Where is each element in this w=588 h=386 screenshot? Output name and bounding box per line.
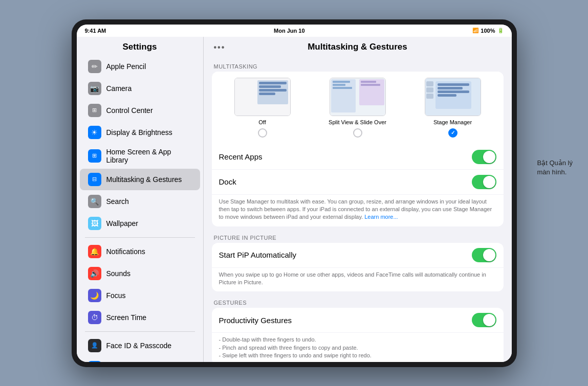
control-center-icon: ⊞ — [88, 104, 101, 117]
pip-section-label: PICTURE IN PICTURE — [212, 231, 504, 243]
sidebar-divider-2 — [85, 331, 195, 332]
recent-apps-row: Recent Apps — [212, 145, 504, 170]
sidebar-item-focus[interactable]: 🌙 Focus — [80, 285, 200, 306]
focus-icon: 🌙 — [88, 289, 101, 302]
detail-panel: ••• Multitasking & Gestures MULTITASKING — [204, 37, 512, 362]
sidebar-item-display-brightness[interactable]: ☀ Display & Brightness — [80, 122, 200, 143]
recent-apps-toggle[interactable] — [472, 150, 496, 164]
annotation-right: Bật Quản lý màn hình. — [537, 158, 573, 177]
home-screen-icon: ⊞ — [88, 149, 101, 163]
ipad-device: 9:41 AM Mon Jun 10 📶 100% 🔋 Settings ✏ A… — [72, 19, 517, 367]
card-line — [259, 82, 286, 84]
mt-card-split-radio[interactable] — [353, 128, 362, 138]
multitasking-icon: ⊟ — [88, 173, 101, 186]
dock-toggle[interactable] — [472, 175, 496, 189]
mt-card-stage-image — [425, 78, 481, 116]
dock-row: Dock — [212, 170, 504, 195]
display-brightness-icon: ☀ — [88, 126, 101, 139]
stage-mini-1 — [426, 81, 433, 86]
sidebar-item-camera[interactable]: 📷 Camera — [80, 78, 200, 99]
start-pip-row: Start PiP Automatically — [212, 243, 504, 268]
productivity-toggle[interactable] — [472, 313, 496, 327]
card-line — [259, 89, 286, 92]
pip-description: When you swipe up to go Home or use othe… — [212, 268, 504, 292]
camera-icon: 📷 — [88, 82, 101, 95]
multitasking-cards: Off — [212, 72, 504, 144]
stage-manager-description: Use Stage Manager to multitask with ease… — [212, 195, 504, 226]
status-date: Mon Jun 10 — [274, 28, 305, 34]
apple-pencil-icon: ✏ — [88, 60, 101, 73]
recent-apps-label: Recent Apps — [219, 152, 263, 161]
mt-card-off-image — [234, 78, 291, 116]
mt-card-off[interactable]: Off — [218, 78, 307, 138]
sidebar-item-sounds[interactable]: 🔊 Sounds — [80, 263, 200, 284]
sidebar-item-search[interactable]: 🔍 Search — [80, 191, 200, 212]
sidebar-item-label: Sounds — [106, 269, 130, 278]
mt-card-off-label: Off — [258, 119, 266, 125]
sidebar-item-face-id[interactable]: 👤 Face ID & Passcode — [80, 335, 200, 356]
card-line — [438, 94, 456, 97]
sidebar-item-privacy[interactable]: 🤝 Privacy & Security — [80, 357, 200, 362]
sidebar-item-label: Notifications — [106, 247, 145, 256]
card-line — [259, 93, 275, 95]
mt-card-off-radio[interactable] — [258, 128, 267, 138]
sidebar-item-apple-pencil[interactable]: ✏ Apple Pencil — [80, 56, 200, 77]
sidebar-item-home-screen[interactable]: ⊞ Home Screen & App Library — [80, 144, 200, 168]
mt-card-split-image — [330, 78, 386, 116]
stage-mini-3 — [426, 94, 433, 99]
start-pip-label: Start PiP Automatically — [219, 251, 296, 259]
detail-title: Multitasking & Gestures — [308, 42, 407, 52]
battery-icon: 🔋 — [497, 28, 504, 33]
detail-dots[interactable]: ••• — [214, 43, 226, 52]
productivity-gestures-row: Productivity Gestures — [212, 308, 504, 333]
sidebar-item-screen-time[interactable]: ⏱ Screen Time — [80, 307, 200, 328]
split-card-screen — [330, 78, 385, 116]
sidebar-item-multitasking[interactable]: ⊟ Multitasking & Gestures — [80, 169, 200, 190]
card-line — [438, 83, 469, 86]
detail-header: ••• Multitasking & Gestures — [204, 37, 512, 55]
gestures-card: Productivity Gestures - Double-tap with … — [212, 308, 504, 361]
stage-card-main — [435, 81, 471, 109]
status-bar: 9:41 AM Mon Jun 10 📶 100% 🔋 — [77, 25, 512, 37]
multitasking-section-label: MULTITASKING — [212, 59, 504, 72]
productivity-description: - Double-tap with three fingers to undo.… — [212, 333, 504, 361]
pip-toggle[interactable] — [472, 248, 496, 262]
stage-card-screen — [425, 78, 481, 116]
sidebar-item-label: Camera — [106, 84, 132, 93]
split-card-right — [359, 79, 384, 105]
card-line — [259, 85, 281, 88]
notifications-icon: 🔔 — [88, 245, 101, 258]
mt-card-split-label: Split View & Slide Over — [329, 119, 386, 125]
status-right: 📶 100% 🔋 — [472, 28, 503, 34]
main-content: Settings ✏ Apple Pencil 📷 Camera ⊞ Contr… — [77, 37, 512, 362]
sidebar-item-label: Focus — [106, 291, 126, 300]
face-id-icon: 👤 — [88, 339, 101, 352]
sidebar-item-label: Face ID & Passcode — [106, 342, 172, 350]
stage-mini-2 — [426, 87, 433, 93]
sidebar-item-wallpaper[interactable]: 🖼 Wallpaper — [80, 213, 200, 234]
card-line — [438, 90, 469, 93]
battery-percentage: 100% — [481, 28, 495, 34]
sidebar-item-label: Home Screen & App Library — [106, 148, 192, 164]
mt-card-split-view[interactable]: Split View & Slide Over — [313, 78, 402, 138]
stage-card-sidebar — [426, 81, 434, 105]
sidebar-divider-1 — [85, 237, 195, 238]
privacy-icon: 🤝 — [88, 361, 101, 362]
detail-content: MULTITASKING — [204, 55, 512, 362]
sidebar-item-label: Search — [106, 197, 129, 206]
wallpaper-icon: 🖼 — [88, 217, 101, 230]
ipad-screen: 9:41 AM Mon Jun 10 📶 100% 🔋 Settings ✏ A… — [77, 25, 512, 362]
sidebar-item-label: Apple Pencil — [106, 62, 146, 71]
search-icon: 🔍 — [88, 195, 101, 208]
off-card-lines — [257, 80, 288, 104]
sidebar-item-label: Display & Brightness — [106, 128, 172, 137]
sidebar-item-control-center[interactable]: ⊞ Control Center — [80, 100, 200, 121]
sidebar-title: Settings — [77, 37, 203, 55]
mt-card-stage-manager[interactable]: Stage Manager — [408, 78, 497, 138]
learn-more-link[interactable]: Learn more... — [364, 214, 398, 220]
mt-card-stage-radio[interactable] — [448, 128, 458, 138]
off-card-screen — [235, 78, 290, 116]
mt-card-stage-label: Stage Manager — [433, 119, 472, 125]
sidebar[interactable]: Settings ✏ Apple Pencil 📷 Camera ⊞ Contr… — [77, 37, 204, 362]
sidebar-item-notifications[interactable]: 🔔 Notifications — [80, 241, 200, 262]
